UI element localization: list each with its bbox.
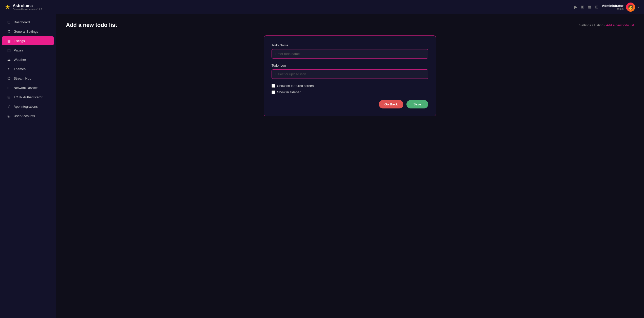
logo-area: ★ Astroluma Powered by Astroluma v1.0.0: [5, 4, 42, 11]
breadcrumb-settings: Settings: [579, 23, 591, 27]
listings-icon: ▦: [7, 39, 11, 43]
app-name: Astroluma: [13, 4, 42, 8]
checkbox-group: Show on featured screen Show in sidebar: [272, 84, 428, 94]
save-button[interactable]: Save: [406, 100, 428, 108]
sidebar-item-app-integrations[interactable]: ⤢ App Integrations: [2, 102, 54, 111]
checkbox-featured-label[interactable]: Show on featured screen: [272, 84, 428, 88]
general-settings-icon: ⚙: [7, 29, 11, 33]
breadcrumb-active: Add a new todo list: [606, 23, 634, 27]
user-role: admin: [602, 8, 623, 10]
sidebar-item-weather[interactable]: ☁ Weather: [2, 55, 54, 64]
page-title: Add a new todo list: [66, 22, 117, 28]
user-accounts-icon: ◎: [7, 114, 11, 118]
sidebar-label-app-integrations: App Integrations: [14, 105, 38, 108]
user-name: Administrator: [602, 4, 623, 8]
sidebar-item-user-accounts[interactable]: ◎ User Accounts: [2, 111, 54, 120]
breadcrumb-listing: Listing: [594, 23, 603, 27]
sidebar-item-network-devices[interactable]: ⊞ Network Devices: [2, 83, 54, 92]
user-info: Administrator admin 🧑 ›: [602, 3, 639, 12]
nav-icon-grid3[interactable]: ⊞: [595, 5, 598, 9]
sidebar: ⊡ Dashboard ⚙ General Settings ▦ Listing…: [0, 14, 56, 318]
form-actions: Go Back Save: [272, 100, 428, 108]
sidebar-label-network-devices: Network Devices: [14, 86, 39, 90]
sidebar-item-themes[interactable]: ✦ Themes: [2, 64, 54, 73]
stream-hub-icon: ⬡: [7, 76, 11, 80]
todo-icon-group: Todo Icon: [272, 64, 428, 79]
dashboard-icon: ⊡: [7, 20, 11, 24]
todo-name-group: Todo Name: [272, 43, 428, 59]
nav-icon-play[interactable]: ▶: [574, 5, 577, 9]
todo-icon-label: Todo Icon: [272, 64, 428, 67]
sidebar-label-user-accounts: User Accounts: [14, 114, 35, 118]
sidebar-item-general-settings[interactable]: ⚙ General Settings: [2, 27, 54, 36]
app-integrations-icon: ⤢: [7, 104, 11, 108]
todo-name-input[interactable]: [272, 49, 428, 59]
nav-icon-grid2[interactable]: ▦: [588, 5, 592, 9]
sidebar-label-listings: Listings: [14, 39, 25, 43]
go-back-button[interactable]: Go Back: [379, 100, 403, 108]
sidebar-label-stream-hub: Stream Hub: [14, 77, 31, 80]
avatar[interactable]: 🧑: [626, 3, 635, 12]
themes-icon: ✦: [7, 67, 11, 71]
top-nav: ★ Astroluma Powered by Astroluma v1.0.0 …: [0, 0, 644, 14]
checkbox-sidebar-text: Show in sidebar: [277, 90, 301, 94]
sidebar-label-dashboard: Dashboard: [14, 20, 30, 24]
sidebar-label-general-settings: General Settings: [14, 30, 38, 33]
weather-icon: ☁: [7, 58, 11, 62]
todo-name-label: Todo Name: [272, 43, 428, 47]
logo-star-icon: ★: [5, 4, 10, 10]
chevron-right-icon: ›: [638, 5, 639, 9]
sidebar-item-listings[interactable]: ▦ Listings: [2, 36, 54, 45]
sidebar-item-stream-hub[interactable]: ⬡ Stream Hub: [2, 74, 54, 83]
top-nav-right: ▶ ⊞ ▦ ⊞ Administrator admin 🧑 ›: [574, 3, 639, 12]
sidebar-label-pages: Pages: [14, 48, 23, 52]
sidebar-label-totp: TOTP Authenticator: [14, 95, 43, 99]
pages-icon: ◫: [7, 48, 11, 52]
form-card: Todo Name Todo Icon Show on featured scr…: [264, 35, 436, 116]
checkbox-featured-text: Show on featured screen: [277, 84, 314, 88]
sidebar-item-dashboard[interactable]: ⊡ Dashboard: [2, 17, 54, 27]
nav-icon-grid1[interactable]: ⊞: [581, 5, 584, 9]
sidebar-item-totp-authenticator[interactable]: ⊞ TOTP Authenticator: [2, 92, 54, 102]
breadcrumb: Settings / Listing / Add a new todo list: [579, 23, 634, 27]
user-text: Administrator admin: [602, 4, 623, 10]
sidebar-label-weather: Weather: [14, 58, 26, 62]
sidebar-item-pages[interactable]: ◫ Pages: [2, 46, 54, 55]
app-subtitle: Powered by Astroluma v1.0.0: [13, 8, 42, 10]
checkbox-sidebar[interactable]: [272, 90, 275, 94]
checkbox-sidebar-label[interactable]: Show in sidebar: [272, 90, 428, 94]
main-layout: ⊡ Dashboard ⚙ General Settings ▦ Listing…: [0, 14, 644, 318]
page-header: Add a new todo list Settings / Listing /…: [66, 22, 634, 28]
totp-icon: ⊞: [7, 95, 11, 99]
logo-text: Astroluma Powered by Astroluma v1.0.0: [13, 4, 42, 11]
todo-icon-input[interactable]: [272, 69, 428, 79]
checkbox-featured[interactable]: [272, 84, 275, 88]
network-devices-icon: ⊞: [7, 86, 11, 90]
sidebar-label-themes: Themes: [14, 67, 26, 71]
content-area: Add a new todo list Settings / Listing /…: [56, 14, 644, 318]
